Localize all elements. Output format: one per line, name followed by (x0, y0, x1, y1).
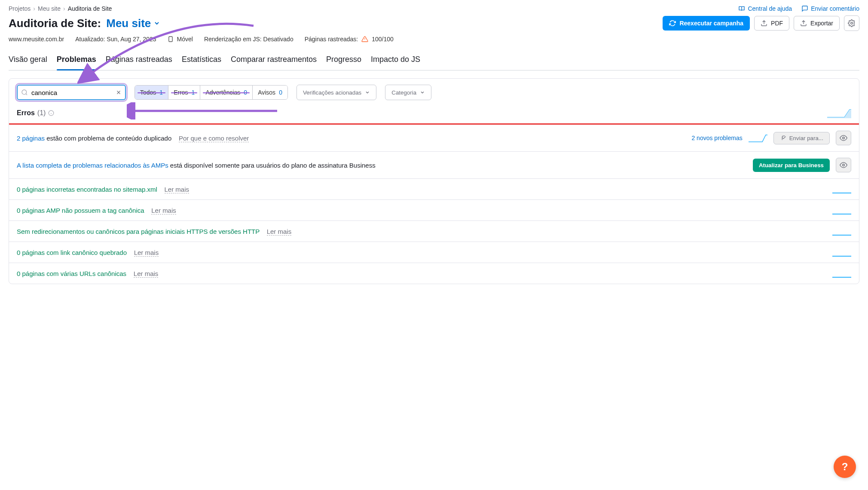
tab-impacto-do-js[interactable]: Impacto do JS (371, 51, 420, 70)
settings-button[interactable] (844, 15, 859, 31)
filter-pill-advertências[interactable]: Advertências0 (200, 86, 253, 99)
chevron-down-icon (153, 20, 160, 27)
issue-link[interactable]: 0 páginas com link canônico quebrado (17, 249, 127, 256)
new-issues-link[interactable]: 2 novos problemas (691, 135, 742, 141)
filter-pill-erros[interactable]: Erros1 (168, 86, 200, 99)
help-center-link[interactable]: Central de ajuda (738, 5, 792, 12)
tab-páginas-rastreadas[interactable]: Páginas rastreadas (106, 51, 172, 70)
search-input[interactable] (17, 85, 126, 100)
trend-sparkline (832, 185, 851, 193)
breadcrumb-root[interactable]: Projetos (9, 5, 31, 12)
chevron-right-icon: › (33, 5, 35, 12)
svg-point-0 (851, 22, 853, 24)
issue-description: está disponível somente para usuários do… (168, 162, 376, 169)
chevron-right-icon: › (63, 5, 65, 12)
category-dropdown[interactable]: Categoria (385, 85, 431, 100)
svg-point-11 (843, 164, 845, 166)
chevron-down-icon (420, 90, 425, 95)
tab-visão-geral[interactable]: Visão geral (9, 51, 47, 70)
checks-dropdown[interactable]: Verificações acionadas (296, 85, 376, 100)
svg-line-4 (26, 94, 27, 95)
hide-button[interactable] (836, 158, 851, 172)
page-title: Auditoria de Site: (9, 17, 101, 30)
filter-pills: Todos1Erros1Advertências0Avisos0 (134, 85, 288, 100)
read-more-link[interactable]: Ler mais (134, 270, 159, 278)
project-selector[interactable]: Meu site (106, 17, 160, 30)
book-icon (738, 5, 745, 12)
upload-icon (761, 20, 767, 27)
issue-link[interactable]: 2 páginas (17, 135, 45, 142)
issue-row: 0 páginas com várias URLs canônicas Ler … (9, 263, 859, 284)
hide-button[interactable] (836, 131, 851, 145)
issue-row: Sem redirecionamentos ou canônicos para … (9, 221, 859, 242)
device-label: Móvel (168, 35, 193, 43)
issue-row: 0 páginas com link canônico quebrado Ler… (9, 242, 859, 263)
clear-search-icon[interactable] (116, 89, 122, 95)
issue-row: A lista completa de problemas relacionad… (9, 152, 859, 179)
breadcrumb-site[interactable]: Meu site (38, 5, 61, 12)
crawled-pages-label: Páginas rastreadas: 100/100 (305, 36, 394, 43)
svg-point-3 (22, 90, 27, 95)
filter-pill-todos[interactable]: Todos1 (135, 86, 168, 99)
send-feedback-link[interactable]: Enviar comentário (801, 5, 859, 12)
issue-row: 0 páginas AMP não possuem a tag canônica… (9, 200, 859, 221)
section-title: Erros (17, 109, 35, 117)
info-icon[interactable] (48, 110, 54, 116)
domain-label: www.meusite.com.br (9, 36, 64, 43)
read-more-link[interactable]: Ler mais (134, 249, 159, 257)
trend-sparkline (832, 206, 851, 214)
gear-icon (848, 19, 856, 27)
upgrade-business-button[interactable]: Atualizar para Business (753, 159, 830, 172)
comment-icon (801, 5, 808, 12)
updated-label: Atualizado: Sun, Aug 27, 2023 (75, 36, 156, 43)
tab-problemas[interactable]: Problemas (57, 51, 96, 70)
issue-link[interactable]: 0 páginas AMP não possuem a tag canônica (17, 207, 144, 214)
trend-sparkline (832, 248, 851, 257)
issue-row: 0 páginas incorretas encontradas no site… (9, 179, 859, 200)
issue-link[interactable]: A lista completa de problemas relacionad… (17, 162, 168, 169)
issue-link[interactable]: 0 páginas com várias URLs canônicas (17, 270, 126, 277)
breadcrumb: Projetos › Meu site › Auditoria de Site (9, 5, 112, 12)
issue-link[interactable]: Sem redirecionamentos ou canônicos para … (17, 228, 260, 235)
js-render-label: Renderização em JS: Desativado (204, 36, 293, 43)
mobile-icon (168, 35, 174, 43)
pdf-button[interactable]: PDF (754, 16, 789, 31)
warning-icon (361, 36, 368, 43)
issue-link[interactable]: 0 páginas incorretas encontradas no site… (17, 186, 157, 193)
issue-description: estão com problema de conteúdo duplicado (45, 135, 171, 142)
search-icon (21, 89, 28, 96)
filter-pill-avisos[interactable]: Avisos0 (253, 86, 287, 99)
tab-comparar-rastreamentos[interactable]: Comparar rastreamentos (231, 51, 317, 70)
chevron-down-icon (365, 90, 370, 95)
trend-sparkline (749, 133, 767, 143)
svg-rect-1 (168, 37, 172, 42)
send-to-button[interactable]: Enviar para... (773, 132, 830, 144)
trend-sparkline (832, 269, 851, 278)
svg-point-10 (843, 137, 845, 139)
export-button[interactable]: Exportar (794, 16, 840, 31)
sparkline (827, 108, 851, 118)
upload-icon (800, 20, 807, 27)
trend-sparkline (832, 227, 851, 236)
read-more-link[interactable]: Ler mais (267, 228, 292, 236)
breadcrumb-current: Auditoria de Site (68, 5, 112, 12)
read-more-link[interactable]: Ler mais (165, 186, 189, 193)
rerun-campaign-button[interactable]: Reexecutar campanha (663, 16, 750, 31)
tab-progresso[interactable]: Progresso (326, 51, 361, 70)
section-count: (1) (37, 109, 46, 117)
refresh-icon (669, 20, 676, 27)
issue-row: 2 páginas estão com problema de conteúdo… (9, 125, 859, 152)
read-more-link[interactable]: Por que e como resolver (179, 135, 249, 142)
tab-estatísticas[interactable]: Estatísticas (182, 51, 221, 70)
read-more-link[interactable]: Ler mais (151, 207, 176, 214)
